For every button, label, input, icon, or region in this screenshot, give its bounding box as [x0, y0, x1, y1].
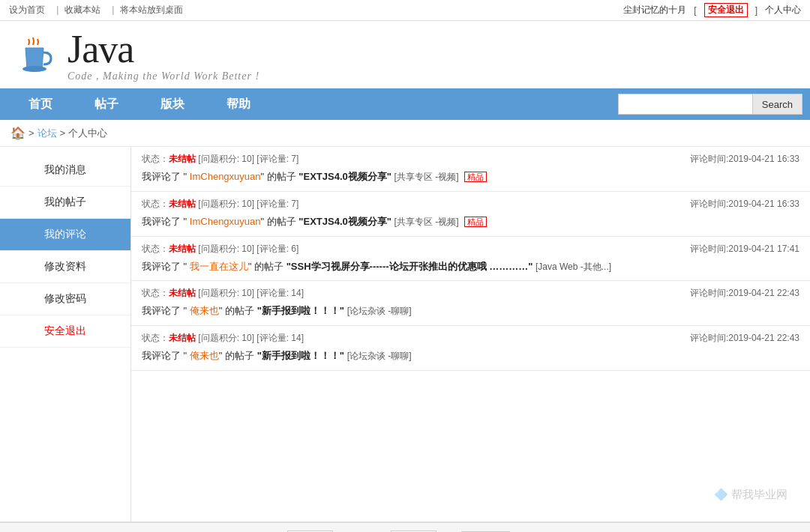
post-author-0[interactable]: ImChengxuyuan — [190, 171, 261, 182]
post-time-1: 评论时间:2019-04-21 16:33 — [690, 198, 800, 211]
post-time-4: 评论时间:2019-04-21 22:43 — [690, 332, 800, 345]
nav-bar: 首页 帖子 版块 帮助 Search — [0, 88, 810, 120]
set-homepage-link[interactable]: 设为首页 — [9, 4, 45, 15]
sidebar: 我的消息 我的帖子 我的评论 修改资料 修改密码 安全退出 — [0, 147, 131, 522]
post-body-3: 我评论了 " 俺来也" 的帖子 "新手报到啦！！！" [论坛杂谈 -聊聊] — [142, 303, 800, 319]
post-category-0: [共享专区 -视频] — [394, 172, 459, 182]
post-body-0: 我评论了 " ImChengxuyuan" 的帖子 "EXTJS4.0视频分享"… — [142, 169, 800, 185]
post-meta-row-4: 状态：未结帖 [问题积分: 10] [评论量: 14]评论时间:2019-04-… — [142, 332, 800, 345]
personal-center-link[interactable]: 个人中心 — [765, 4, 801, 16]
svg-point-0 — [22, 66, 46, 72]
nav-sections[interactable]: 版块 — [140, 88, 206, 120]
post-author-4[interactable]: 俺来也 — [190, 350, 219, 361]
post-badge-1: 精品 — [464, 217, 487, 227]
post-badge-0: 精品 — [464, 172, 487, 182]
site-title: Java — [68, 30, 260, 69]
post-time-3: 评论时间:2019-04-21 22:43 — [690, 287, 800, 300]
sidebar-item-change-password[interactable]: 修改密码 — [0, 283, 130, 315]
post-status-4: 未结帖 — [169, 333, 196, 343]
post-entry-4: 状态：未结帖 [问题积分: 10] [评论量: 14]评论时间:2019-04-… — [131, 326, 810, 371]
search-area: Search — [618, 94, 802, 115]
nav-posts[interactable]: 帖子 — [74, 88, 140, 120]
post-meta-row-0: 状态：未结帖 [问题积分: 10] [评论量: 7]评论时间:2019-04-2… — [142, 153, 800, 166]
nav-help[interactable]: 帮助 — [206, 88, 272, 120]
top-bar-links: 设为首页 | 收藏本站 | 将本站放到桌面 — [9, 4, 189, 16]
post-entry-0: 状态：未结帖 [问题积分: 10] [评论量: 7]评论时间:2019-04-2… — [131, 147, 810, 192]
post-entry-1: 状态：未结帖 [问题积分: 10] [评论量: 7]评论时间:2019-04-2… — [131, 192, 810, 237]
post-status-1: 未结帖 — [169, 199, 196, 209]
logout-link[interactable]: 安全退出 — [704, 3, 748, 17]
post-author-2[interactable]: 我一直在这儿 — [190, 261, 248, 272]
sidebar-item-logout[interactable]: 安全退出 — [0, 315, 130, 348]
post-body-1: 我评论了 " ImChengxuyuan" 的帖子 "EXTJS4.0视频分享"… — [142, 214, 800, 230]
post-meta-row-2: 状态：未结帖 [问题积分: 10] [评论量: 6]评论时间:2019-04-2… — [142, 243, 800, 256]
top-bar-user: 尘封记忆的十月 [ 安全退出 ] 个人中心 — [623, 3, 801, 17]
site-subtitle: Code , Making the World Work Better ! — [68, 70, 260, 82]
post-title-2[interactable]: "SSH学习视屏分享------论坛开张推出的优惠哦 …………" — [286, 261, 533, 272]
post-time-2: 评论时间:2019-04-21 17:41 — [690, 243, 800, 256]
breadcrumb-forum[interactable]: 论坛 — [38, 127, 57, 140]
post-body-2: 我评论了 " 我一直在这儿" 的帖子 "SSH学习视屏分享------论坛开张推… — [142, 259, 800, 275]
breadcrumb-personal-center: 个人中心 — [68, 127, 107, 140]
search-input[interactable] — [618, 94, 753, 115]
top-bar: 设为首页 | 收藏本站 | 将本站放到桌面 尘封记忆的十月 [ 安全退出 ] 个… — [0, 0, 810, 21]
post-category-3: [论坛杂谈 -聊聊] — [347, 306, 412, 316]
breadcrumb-separator-1: > — [28, 127, 34, 139]
main-content: 我的消息 我的帖子 我的评论 修改资料 修改密码 安全退出 状态：未结帖 [问题… — [0, 147, 810, 522]
post-title-4[interactable]: "新手报到啦！！！" — [257, 350, 344, 361]
sidebar-item-edit-profile[interactable]: 修改资料 — [0, 251, 130, 283]
search-button[interactable]: Search — [753, 94, 802, 115]
post-status-0: 未结帖 — [169, 154, 196, 164]
header: Java Code , Making the World Work Better… — [0, 21, 810, 88]
post-category-1: [共享专区 -视频] — [394, 217, 459, 227]
post-category-4: [论坛杂谈 -聊聊] — [347, 351, 412, 361]
sidebar-item-messages[interactable]: 我的消息 — [0, 154, 130, 187]
username: 尘封记忆的十月 — [623, 4, 686, 16]
breadcrumb-separator-2: > — [60, 127, 66, 139]
java-cup-icon — [15, 34, 60, 79]
post-author-3[interactable]: 俺来也 — [190, 305, 219, 316]
post-entry-3: 状态：未结帖 [问题积分: 10] [评论量: 14]评论时间:2019-04-… — [131, 281, 810, 326]
post-meta-row-3: 状态：未结帖 [问题积分: 10] [评论量: 14]评论时间:2019-04-… — [142, 287, 800, 300]
pagination-bar: 上一页 1 2 下一页 第 请选择 页 — [0, 522, 810, 532]
post-category-2: [Java Web -其他...] — [536, 262, 611, 272]
bookmark-link[interactable]: 收藏本站 — [64, 4, 100, 15]
home-icon[interactable]: 🏠 — [10, 126, 26, 140]
logo-area: Java Code , Making the World Work Better… — [15, 30, 260, 82]
post-entry-2: 状态：未结帖 [问题积分: 10] [评论量: 6]评论时间:2019-04-2… — [131, 237, 810, 282]
posts-area: 状态：未结帖 [问题积分: 10] [评论量: 7]评论时间:2019-04-2… — [131, 147, 810, 522]
post-meta-row-1: 状态：未结帖 [问题积分: 10] [评论量: 7]评论时间:2019-04-2… — [142, 198, 800, 211]
post-status-3: 未结帖 — [169, 288, 196, 298]
post-author-1[interactable]: ImChengxuyuan — [190, 216, 261, 227]
nav-home[interactable]: 首页 — [8, 88, 74, 120]
post-title-1[interactable]: "EXTJS4.0视频分享" — [298, 216, 392, 227]
post-time-0: 评论时间:2019-04-21 16:33 — [690, 153, 800, 166]
java-title-area: Java Code , Making the World Work Better… — [68, 30, 260, 82]
sidebar-item-my-posts[interactable]: 我的帖子 — [0, 187, 130, 219]
sidebar-item-my-comments[interactable]: 我的评论 — [0, 219, 130, 251]
post-title-3[interactable]: "新手报到啦！！！" — [257, 305, 344, 316]
breadcrumb: 🏠 > 论坛 > 个人中心 — [0, 120, 810, 147]
desktop-link[interactable]: 将本站放到桌面 — [120, 4, 183, 15]
post-status-2: 未结帖 — [169, 244, 196, 254]
post-body-4: 我评论了 " 俺来也" 的帖子 "新手报到啦！！！" [论坛杂谈 -聊聊] — [142, 348, 800, 364]
post-title-0[interactable]: "EXTJS4.0视频分享" — [298, 171, 392, 182]
